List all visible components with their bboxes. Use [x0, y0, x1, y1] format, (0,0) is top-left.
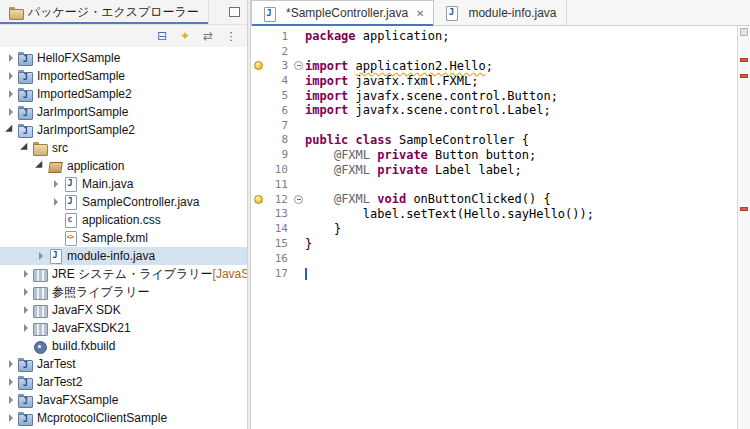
tree-item[interactable]: JavaFXSample [0, 391, 247, 409]
code-text[interactable]: public class SampleController { [305, 133, 529, 147]
code-text[interactable]: import javafx.scene.control.Label; [305, 103, 551, 117]
tree-item[interactable]: JavaFX SDK [0, 301, 247, 319]
code-segment: void [377, 192, 406, 206]
code-segment: onButtonClicked() { [406, 192, 551, 206]
code-text[interactable]: import javafx.fxml.FXML; [305, 74, 478, 88]
project-open-icon [17, 123, 33, 137]
collapsed-arrow-icon[interactable] [4, 108, 17, 116]
fold-collapse-icon[interactable] [292, 61, 305, 70]
tree-item[interactable]: application [0, 157, 247, 175]
tree-item[interactable]: ImportedSample2 [0, 85, 247, 103]
tree-item-label: JarImportSample [37, 105, 128, 119]
tree-item[interactable]: ImportedSample [0, 67, 247, 85]
tree-item[interactable]: SampleController.java [0, 193, 247, 211]
code-text[interactable]: package application; [305, 29, 450, 43]
collapsed-arrow-icon[interactable] [4, 378, 17, 386]
collapsed-arrow-icon[interactable] [4, 360, 17, 368]
maximize-icon[interactable] [226, 4, 242, 20]
tree-item[interactable]: McprotocolClientSample [0, 409, 247, 427]
tree-item[interactable]: build.fxbuild [0, 337, 247, 355]
code-text[interactable]: label.setText(Hello.sayHello()); [305, 207, 594, 221]
code-line: 14 } [251, 221, 737, 236]
code-segment [348, 59, 355, 73]
expanded-arrow-icon[interactable] [19, 143, 32, 153]
tree-item[interactable]: HelloFXSample [0, 49, 247, 67]
line-number: 7 [266, 119, 292, 132]
collapsed-arrow-icon[interactable] [49, 180, 62, 188]
code-text[interactable]: } [305, 222, 341, 236]
collapsed-arrow-icon[interactable] [34, 252, 47, 260]
code-lines[interactable]: 1package application;23import applicatio… [251, 26, 737, 429]
tree-item[interactable]: Sample.fxml [0, 229, 247, 247]
annotation-mark[interactable] [740, 58, 748, 62]
fold-collapse-icon[interactable] [292, 195, 305, 204]
expanded-arrow-icon[interactable] [34, 161, 47, 171]
package-explorer-tree: HelloFXSampleImportedSampleImportedSampl… [0, 47, 247, 429]
fold-minus-icon [294, 195, 303, 204]
code-segment: Button button; [428, 148, 536, 162]
collapsed-arrow-icon[interactable] [4, 54, 17, 62]
tree-item[interactable]: src [0, 139, 247, 157]
tree-item[interactable]: JarTest [0, 355, 247, 373]
editor-tab[interactable]: module-info.java [434, 0, 566, 25]
collapsed-arrow-icon[interactable] [19, 270, 32, 278]
link-with-editor-icon[interactable]: ⇄ [200, 28, 216, 44]
close-icon[interactable]: ✕ [416, 8, 424, 19]
css-file-icon [62, 213, 78, 227]
warning-marker-icon[interactable] [251, 61, 266, 70]
collapsed-arrow-icon[interactable] [19, 306, 32, 314]
tree-item[interactable]: module-info.java [0, 247, 247, 265]
code-line: 6import javafx.scene.control.Label; [251, 103, 737, 118]
collapse-all-icon[interactable]: ⊟ [154, 28, 170, 44]
tree-item[interactable]: JarImportSample [0, 103, 247, 121]
build-file-icon [32, 339, 48, 353]
collapsed-arrow-icon[interactable] [4, 90, 17, 98]
collapsed-arrow-icon[interactable] [4, 414, 17, 422]
tree-item[interactable]: 参照ライブラリー [0, 283, 247, 301]
annotation-mark[interactable] [740, 74, 748, 78]
code-text[interactable]: import javafx.scene.control.Button; [305, 89, 558, 103]
annotation-mark[interactable] [740, 207, 748, 211]
line-number: 17 [266, 267, 292, 280]
collapsed-arrow-icon[interactable] [49, 198, 62, 206]
tree-item[interactable]: application.css [0, 211, 247, 229]
editor-tab[interactable]: *SampleController.java✕ [251, 0, 434, 25]
tree-item[interactable]: Main.java [0, 175, 247, 193]
line-number: 6 [266, 104, 292, 117]
code-text[interactable]: @FXML private Label label; [305, 163, 522, 177]
code-segment: javafx.scene.control.Button; [348, 89, 558, 103]
view-menu-icon[interactable]: ⋮ [223, 28, 239, 44]
collapsed-arrow-icon[interactable] [19, 324, 32, 332]
tree-item[interactable]: JavaFXSDK21 [0, 319, 247, 337]
project-icon [17, 411, 33, 425]
code-text[interactable]: @FXML void onButtonClicked() { [305, 192, 551, 206]
library-icon [32, 285, 48, 299]
warning-marker-icon[interactable] [251, 195, 266, 204]
code-line: 13 label.setText(Hello.sayHello()); [251, 207, 737, 222]
code-text[interactable]: @FXML private Button button; [305, 148, 536, 162]
code-segment: private [377, 148, 428, 162]
tree-item-label: Main.java [82, 177, 133, 191]
collapsed-arrow-icon[interactable] [4, 72, 17, 80]
editor-tab-bar: *SampleController.java✕module-info.java [251, 0, 750, 26]
tree-item[interactable]: JarImportSample2 [0, 121, 247, 139]
annotation-summary-icon[interactable] [740, 28, 748, 36]
code-segment: SampleController { [392, 133, 529, 147]
tree-item[interactable]: JRE システム・ライブラリー [JavaSE-21] [0, 265, 247, 283]
quickfix-bulb-icon [254, 195, 263, 204]
java-file-icon [47, 249, 63, 263]
package-explorer-view-tab[interactable]: パッケージ・エクスプローラー [0, 0, 209, 24]
collapsed-arrow-icon[interactable] [4, 396, 17, 404]
expanded-arrow-icon[interactable] [4, 125, 17, 135]
code-text[interactable] [305, 266, 307, 280]
tree-item-label: src [52, 141, 68, 155]
focus-icon[interactable]: ✦ [177, 28, 193, 44]
code-line: 4import javafx.fxml.FXML; [251, 73, 737, 88]
code-text[interactable]: } [305, 237, 312, 251]
code-segment: label.setText(Hello.sayHello()); [305, 207, 594, 221]
code-text[interactable]: import application2.Hello; [305, 59, 493, 73]
overview-ruler[interactable] [737, 26, 750, 429]
tree-item[interactable]: JarTest2 [0, 373, 247, 391]
collapsed-arrow-icon[interactable] [19, 288, 32, 296]
java-file-icon [443, 6, 459, 19]
